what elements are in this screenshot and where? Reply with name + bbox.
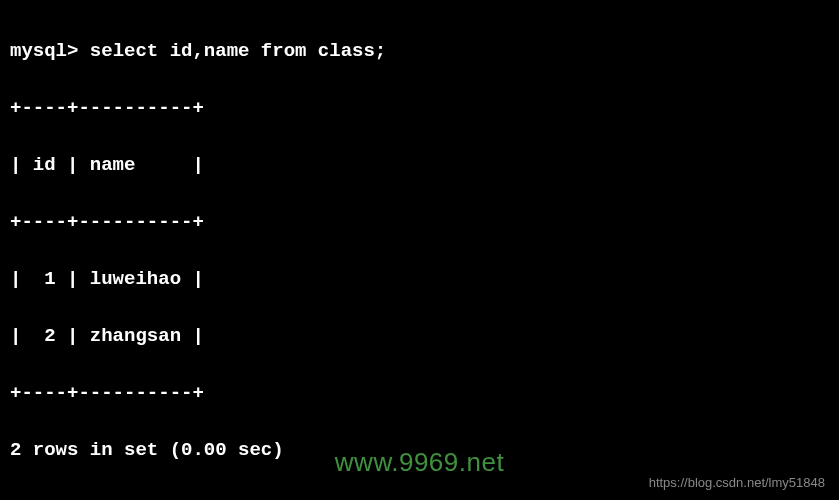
query1-sql: select id,name from class; [90,40,386,62]
query1-row-1: | 1 | luweihao | [10,265,829,294]
blank-line [10,493,829,501]
query1-row-2: | 2 | zhangsan | [10,322,829,351]
query1-border-mid: +----+----------+ [10,208,829,237]
terminal-output: mysql> select id,name from class; +----+… [10,8,829,500]
watermark-gray: https://blog.csdn.net/lmy51848 [649,473,825,493]
query1-header-row: | id | name | [10,151,829,180]
watermark-green: www.9969.net [335,443,504,482]
query1-border-top: +----+----------+ [10,94,829,123]
query1-prompt-line: mysql> select id,name from class; [10,37,829,66]
mysql-prompt: mysql> [10,40,78,62]
query1-border-bot: +----+----------+ [10,379,829,408]
